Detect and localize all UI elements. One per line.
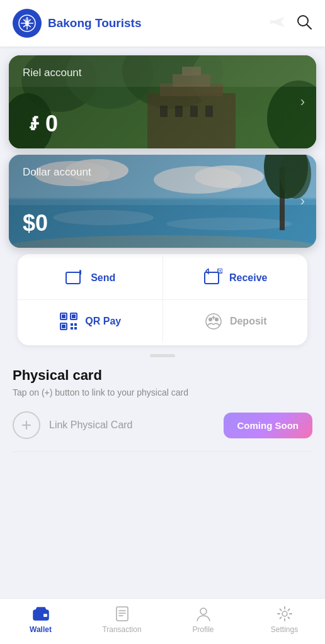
send-icon [64, 268, 84, 288]
plane-icon [267, 14, 287, 32]
svg-rect-59 [117, 607, 128, 621]
svg-rect-40 [62, 314, 66, 318]
riel-card-arrow[interactable]: › [300, 94, 305, 110]
dollar-card-content: Dollar account $0 [9, 155, 316, 248]
svg-rect-34 [66, 272, 80, 284]
svg-rect-42 [72, 314, 76, 318]
riel-card[interactable]: Riel account ៛0 › [9, 55, 316, 148]
dollar-card-amount: $0 [23, 210, 302, 236]
physical-card-subtitle: Tap on (+) button to link to your physic… [13, 387, 312, 397]
receive-icon [203, 268, 223, 288]
divider [13, 452, 312, 452]
coming-soon-button[interactable]: Coming Soon [224, 413, 313, 438]
svg-point-50 [208, 318, 212, 321]
wallet-icon [32, 605, 50, 623]
app-title: Bakong Tourists [48, 16, 142, 30]
svg-point-64 [282, 611, 287, 616]
physical-card-section: Physical card Tap on (+) button to link … [0, 361, 325, 465]
svg-rect-46 [74, 323, 77, 326]
transaction-nav-label: Transaction [102, 625, 141, 634]
qr-icon [59, 311, 79, 331]
send-button[interactable]: Send [18, 257, 162, 299]
riel-card-amount: ៛0 [23, 111, 302, 137]
add-card-button[interactable] [13, 411, 40, 439]
svg-rect-47 [71, 327, 73, 330]
nav-item-wallet[interactable]: Wallet [19, 605, 63, 634]
bottom-nav: Wallet Transaction Profile [0, 598, 325, 644]
profile-icon [195, 605, 212, 623]
scroll-indicator [0, 354, 325, 357]
qr-pay-button[interactable]: QR Pay [18, 300, 162, 343]
transaction-icon [113, 605, 131, 623]
deposit-label: Deposit [230, 316, 267, 327]
nav-item-transaction[interactable]: Transaction [100, 605, 144, 634]
nav-item-profile[interactable]: Profile [181, 605, 225, 634]
header: Bakong Tourists [0, 0, 325, 47]
riel-card-label: Riel account [23, 67, 302, 79]
actions-row-1: Send Receive [18, 257, 307, 299]
dollar-card-label: Dollar account [23, 166, 302, 179]
svg-rect-36 [205, 272, 219, 284]
logo-container: Bakong Tourists [13, 9, 142, 38]
link-card-label: Link Physical Card [49, 419, 215, 431]
settings-nav-label: Settings [271, 625, 298, 634]
wallet-nav-label: Wallet [30, 625, 52, 634]
riel-card-content: Riel account ៛0 [9, 55, 316, 148]
dollar-card[interactable]: Dollar account $0 › [9, 155, 316, 248]
profile-nav-label: Profile [192, 625, 214, 634]
settings-icon [276, 605, 294, 623]
receive-label: Receive [229, 272, 268, 284]
send-label: Send [91, 272, 115, 284]
physical-card-title: Physical card [13, 367, 312, 384]
logo-icon [13, 9, 42, 38]
svg-rect-44 [62, 325, 66, 328]
actions-section: Send Receive [18, 254, 307, 345]
svg-point-51 [215, 318, 219, 321]
svg-line-3 [307, 25, 311, 29]
receive-button[interactable]: Receive [162, 257, 308, 299]
deposit-button[interactable]: Deposit [162, 300, 308, 343]
link-card-row: Link Physical Card Coming Soon [13, 411, 312, 439]
qr-pay-label: QR Pay [85, 316, 121, 327]
svg-rect-45 [71, 323, 73, 326]
scroll-dot [150, 354, 175, 357]
cards-section: Riel account ៛0 › [9, 55, 316, 345]
svg-rect-58 [43, 614, 47, 617]
svg-rect-48 [74, 327, 77, 330]
deposit-icon [203, 311, 224, 331]
header-actions [267, 14, 312, 33]
svg-point-63 [200, 608, 207, 614]
dollar-card-arrow[interactable]: › [300, 193, 305, 209]
search-icon[interactable] [296, 14, 312, 33]
actions-row-2: QR Pay Deposit [18, 299, 307, 343]
nav-item-settings[interactable]: Settings [263, 605, 307, 634]
